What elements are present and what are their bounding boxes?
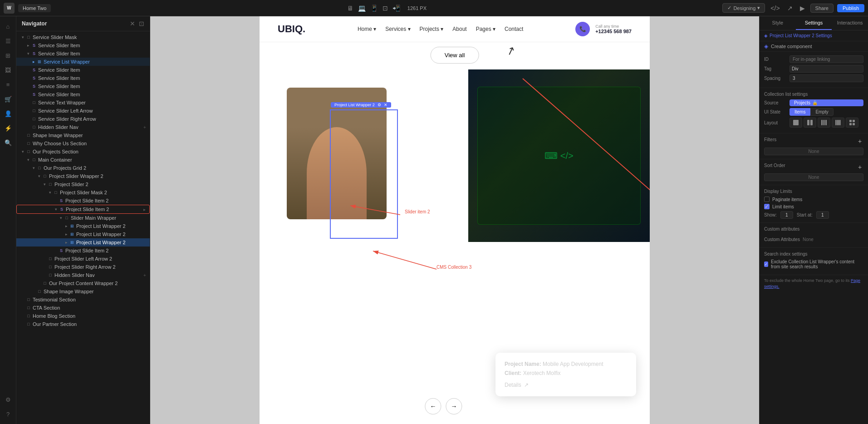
tree-item-service-slider-item-3[interactable]: ▸ S Service Slider Item bbox=[16, 66, 150, 74]
cms-icon[interactable]: ≡ bbox=[2, 78, 15, 91]
ecomm-icon[interactable]: 🛒 bbox=[2, 93, 15, 105]
page-tab[interactable]: Home Two bbox=[18, 4, 51, 12]
desktop-icon[interactable]: 🖥 bbox=[347, 5, 353, 12]
seo-icon[interactable]: 🔍 bbox=[2, 136, 15, 149]
paginate-checkbox[interactable] bbox=[764, 197, 770, 202]
layout-2col-button[interactable] bbox=[804, 118, 816, 128]
tree-item-service-slider-item-5[interactable]: ▸ S Service Slider Item bbox=[16, 82, 150, 90]
assets-icon[interactable]: 🖼 bbox=[2, 64, 15, 76]
tree-item-hidden-slider-nav-1[interactable]: ▸ □ Hidden Slider Nav + bbox=[16, 123, 150, 131]
nav-services[interactable]: Services ▾ bbox=[385, 26, 410, 32]
limit-checkbox[interactable]: ✓ bbox=[764, 204, 770, 209]
tree-item-project-slider-wrapper-2[interactable]: ▾ □ Project Slider Wrapper 2 bbox=[16, 172, 150, 180]
spacing-input[interactable] bbox=[790, 74, 863, 82]
ui-state-empty-button[interactable]: Empty bbox=[810, 108, 833, 116]
tab-interactions[interactable]: Interactions bbox=[832, 16, 868, 30]
logic-icon[interactable]: ⚡ bbox=[2, 122, 15, 134]
tree-label: Service Slider Left Arrow bbox=[38, 108, 148, 113]
project-list-settings-link[interactable]: Project List Wrapper 2 Settings bbox=[770, 33, 832, 38]
tree-item-service-text-wrapper[interactable]: ▸ □ Service Text Wrapper bbox=[16, 99, 150, 107]
mobile-icon[interactable]: 📲 bbox=[392, 5, 400, 12]
source-pill[interactable]: Projects 🔒 bbox=[790, 99, 863, 106]
details-link[interactable]: Details ↗ bbox=[505, 382, 627, 388]
tree-item-main-container[interactable]: ▾ □ Main Container bbox=[16, 156, 150, 164]
arrow-deco: ↗ bbox=[504, 43, 517, 58]
view-all-button[interactable]: View all bbox=[431, 47, 479, 64]
tree-item-service-slider-item-2[interactable]: ▾ S Service Slider Item bbox=[16, 49, 150, 58]
create-component-row[interactable]: ◈ Create component bbox=[760, 41, 868, 52]
components-icon[interactable]: ⊞ bbox=[2, 49, 15, 62]
designing-button[interactable]: ✓ Designing ▾ bbox=[722, 3, 765, 13]
layout-3col-button[interactable] bbox=[818, 118, 830, 128]
nav-about[interactable]: About bbox=[452, 26, 466, 32]
tree-item-hidden-slider-nav-2[interactable]: ▸ □ Hidden Slider Nav + bbox=[16, 271, 150, 279]
nav-pages[interactable]: Pages ▾ bbox=[476, 26, 495, 32]
tree-item-why-choose-section[interactable]: ▸ □ Why Choose Us Section bbox=[16, 139, 150, 148]
tree-item-testimonial-section[interactable]: ▸ □ Testimonial Section bbox=[16, 296, 150, 304]
nav-home[interactable]: Home ▾ bbox=[358, 26, 376, 32]
tree-item-project-list-wrapper-2b[interactable]: ▸ ⊞ Project List Wrapper 2 bbox=[16, 230, 150, 238]
tree-item-project-slider-right-arrow-2[interactable]: ▸ □ Project Slider Right Arrow 2 bbox=[16, 263, 150, 271]
tree-item-home-blog-section[interactable]: ▸ □ Home Blog Section bbox=[16, 312, 150, 320]
tree-item-slider-main-wrapper[interactable]: ▾ □ Slider Main Wrapper bbox=[16, 214, 150, 222]
tree-item-project-slide-item-2a[interactable]: ▸ S Project Slide Item 2 bbox=[16, 197, 150, 205]
collapse-icon[interactable]: ⊡ bbox=[139, 20, 144, 27]
help-icon[interactable]: ? bbox=[2, 408, 15, 420]
code-icon[interactable]: </> bbox=[769, 5, 781, 12]
tree-item-our-partner-section[interactable]: ▸ □ Our Partner Section bbox=[16, 320, 150, 328]
tree-item-project-slide-item-2c[interactable]: ▸ S Project Slide Item 2 bbox=[16, 247, 150, 255]
tree-item-service-slider-left-arrow[interactable]: ▸ □ Service Slider Left Arrow bbox=[16, 107, 150, 115]
expand-action[interactable]: ▸ bbox=[141, 206, 147, 212]
tree-item-project-slider-mask-2[interactable]: ▾ □ Project Slider Mask 2 bbox=[16, 188, 150, 197]
add-action[interactable]: + bbox=[142, 272, 148, 278]
tree-item-project-slider-left-arrow-2[interactable]: ▸ □ Project Slider Left Arrow 2 bbox=[16, 255, 150, 263]
tree-item-cta-section[interactable]: ▸ □ CTA Section bbox=[16, 304, 150, 312]
resize-icon[interactable]: ⊡ bbox=[383, 5, 388, 12]
tree-item-shape-image-wrapper-2[interactable]: ▸ □ Shape Image Wrapper bbox=[16, 287, 150, 296]
tree-item-service-slider-right-arrow[interactable]: ▸ □ Service Slider Right Arrow bbox=[16, 115, 150, 123]
layout-grid-button[interactable] bbox=[846, 118, 858, 128]
tree-item-shape-image-wrapper-1[interactable]: ▸ □ Shape Image Wrapper bbox=[16, 131, 150, 139]
tree-item-service-slider-item-1[interactable]: ▸ S Service Slider Item bbox=[16, 41, 150, 49]
preview-icon[interactable]: ↗ bbox=[785, 5, 794, 12]
tree-item-service-slider-item-4[interactable]: ▸ S Service Slider Item bbox=[16, 74, 150, 82]
pages-icon[interactable]: ☰ bbox=[2, 35, 15, 47]
search-index-checkbox[interactable]: ✓ bbox=[764, 261, 768, 267]
nav-contact[interactable]: Contact bbox=[505, 26, 523, 32]
site-nav: UBIQ. Home ▾ Services ▾ Projects ▾ About… bbox=[260, 16, 650, 42]
layout-1col-button[interactable] bbox=[790, 118, 802, 128]
slider-next-button[interactable]: → bbox=[446, 398, 462, 414]
users-icon[interactable]: 👤 bbox=[2, 107, 15, 120]
close-icon[interactable]: ✕ bbox=[130, 20, 135, 27]
tag-select[interactable]: Div bbox=[790, 65, 863, 73]
tree-item-our-project-content-wrapper-2[interactable]: ▸ □ Our Project Content Wrapper 2 bbox=[16, 279, 150, 287]
show-input[interactable] bbox=[780, 211, 793, 219]
add-sort-button[interactable]: + bbox=[856, 163, 863, 171]
tree-item-project-slide-item-2b[interactable]: ▾ S Project Slide Item 2 ▸ bbox=[16, 205, 150, 214]
layout-4col-button[interactable] bbox=[832, 118, 844, 128]
tree-item-service-list-wrapper[interactable]: ▸ ⊞ Service List Wrapper bbox=[16, 58, 150, 66]
share-button[interactable]: Share bbox=[810, 4, 834, 13]
start-at-input[interactable] bbox=[816, 211, 829, 219]
settings-icon[interactable]: ⚙ bbox=[2, 393, 15, 406]
tablet-icon[interactable]: 📱 bbox=[370, 5, 378, 12]
tab-settings[interactable]: Settings bbox=[796, 16, 832, 30]
tree-item-project-list-wrapper-2a[interactable]: ▸ ⊞ Project List Wrapper 2 bbox=[16, 222, 150, 230]
tree-item-project-slider-2[interactable]: ▾ □ Project Slider 2 bbox=[16, 180, 150, 188]
slider-prev-button[interactable]: ← bbox=[425, 398, 441, 414]
laptop-icon[interactable]: 💻 bbox=[358, 5, 366, 12]
tree-item-our-projects-grid-2[interactable]: ▾ □ Our Projects Grid 2 bbox=[16, 164, 150, 172]
play-icon[interactable]: ▶ bbox=[798, 5, 807, 12]
id-input[interactable] bbox=[790, 55, 863, 63]
publish-button[interactable]: Publish bbox=[837, 4, 864, 12]
ui-state-items-button[interactable]: Items bbox=[790, 108, 810, 116]
tree-item-service-slider-item-6[interactable]: ▸ S Service Slider Item bbox=[16, 90, 150, 99]
tree-item-project-list-wrapper-2c[interactable]: ▸ ⊞ Project List Wrapper 2 bbox=[16, 238, 150, 247]
tab-style[interactable]: Style bbox=[760, 16, 796, 30]
nav-projects[interactable]: Projects ▾ bbox=[420, 26, 444, 32]
add-action[interactable]: + bbox=[142, 124, 148, 130]
home-icon[interactable]: ⌂ bbox=[2, 20, 15, 33]
add-filter-button[interactable]: + bbox=[856, 138, 863, 145]
tree-item-our-projects-section[interactable]: ▾ □ Our Projects Section bbox=[16, 148, 150, 156]
tree-item-service-slider-mask[interactable]: ▾ □ Service Slider Mask bbox=[16, 33, 150, 41]
